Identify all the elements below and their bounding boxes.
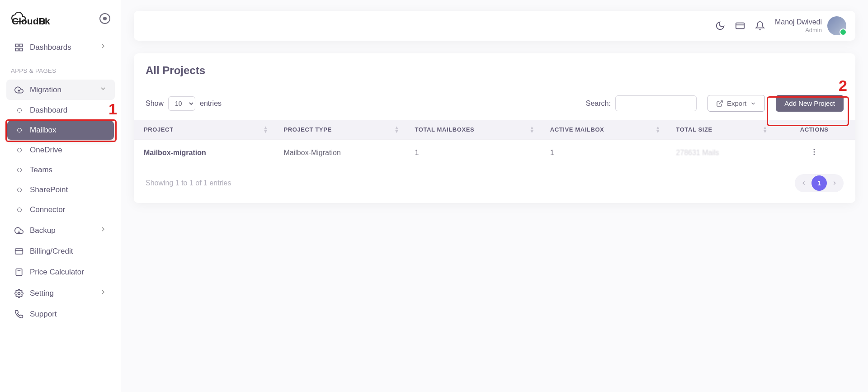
col-project[interactable]: PROJECT▲▼ bbox=[134, 120, 274, 140]
sidebar: CloudB k Dashboards APPS & PAGES Migrati… bbox=[0, 0, 121, 392]
search-input[interactable] bbox=[615, 95, 697, 111]
nav-label: Teams bbox=[30, 165, 52, 175]
entries-label: entries bbox=[200, 99, 222, 108]
bullet-icon bbox=[17, 128, 22, 132]
svg-rect-2 bbox=[16, 44, 19, 47]
sort-icon: ▲▼ bbox=[263, 126, 269, 134]
nav-sub-teams[interactable]: Teams bbox=[7, 161, 114, 179]
projects-table: PROJECT▲▼ PROJECT TYPE▲▼ TOTAL MAILBOXES… bbox=[134, 120, 855, 166]
nav-setting[interactable]: Setting bbox=[6, 283, 115, 303]
user-role: Admin bbox=[775, 27, 822, 34]
main: Manoj Dwivedi Admin All Projects Show 10… bbox=[121, 0, 868, 392]
nav-billing[interactable]: Billing/Credit bbox=[6, 241, 115, 261]
col-total-size[interactable]: TOTAL SIZE▲▼ bbox=[666, 120, 773, 140]
sort-icon: ▲▼ bbox=[763, 126, 768, 134]
svg-point-16 bbox=[18, 292, 20, 294]
phone-icon bbox=[14, 310, 24, 319]
nav-label: OneDrive bbox=[30, 146, 62, 155]
nav-label: Migration bbox=[30, 85, 61, 94]
chevron-right-icon bbox=[99, 43, 107, 52]
entries-select[interactable]: 10 bbox=[168, 96, 195, 111]
svg-point-21 bbox=[814, 151, 815, 152]
add-new-project-button[interactable]: Add New Project bbox=[776, 95, 844, 112]
page-next[interactable] bbox=[827, 175, 842, 191]
nav-label: Setting bbox=[30, 289, 54, 298]
nav-label: Backup bbox=[30, 226, 56, 235]
cell-active-mailbox: 1 bbox=[540, 140, 666, 166]
nav-backup[interactable]: Backup bbox=[6, 220, 115, 241]
nav-support[interactable]: Support bbox=[6, 304, 115, 324]
cell-total-mailboxes: 1 bbox=[405, 140, 540, 166]
nav-label: Billing/Credit bbox=[30, 247, 73, 256]
search-label: Search: bbox=[586, 99, 611, 108]
layout-toggle[interactable] bbox=[735, 21, 745, 31]
row-actions-button[interactable] bbox=[810, 148, 818, 158]
nav-label: Connector bbox=[30, 205, 65, 214]
svg-point-22 bbox=[814, 154, 815, 155]
brand: CloudB k bbox=[0, 5, 121, 36]
col-project-type[interactable]: PROJECT TYPE▲▼ bbox=[274, 120, 405, 140]
col-actions: ACTIONS bbox=[773, 120, 855, 140]
topbar: Manoj Dwivedi Admin bbox=[134, 11, 855, 41]
nav-sub-dashboard[interactable]: Dashboard bbox=[7, 101, 114, 120]
nav-sub-sharepoint[interactable]: SharePoint bbox=[7, 180, 114, 199]
chevron-right-icon bbox=[99, 288, 107, 298]
section-header-apps: APPS & PAGES bbox=[0, 58, 121, 79]
showing-text: Showing 1 to 1 of 1 entries bbox=[146, 179, 231, 187]
nav-label: Dashboard bbox=[30, 106, 67, 115]
svg-rect-6 bbox=[15, 249, 23, 254]
svg-rect-8 bbox=[16, 269, 22, 276]
svg-rect-17 bbox=[736, 23, 744, 29]
user-name: Manoj Dwivedi bbox=[775, 18, 822, 27]
nav-sub-onedrive[interactable]: OneDrive bbox=[7, 141, 114, 160]
user-menu[interactable]: Manoj Dwivedi Admin bbox=[775, 16, 846, 35]
grid-icon bbox=[14, 43, 24, 52]
col-active-mailbox[interactable]: ACTIVE MAILBOX▲▼ bbox=[540, 120, 666, 140]
nav-migration[interactable]: Migration bbox=[6, 80, 115, 100]
cell-type: Mailbox-Migration bbox=[274, 140, 405, 166]
bullet-icon bbox=[17, 148, 22, 152]
dark-mode-toggle[interactable] bbox=[715, 21, 725, 31]
avatar bbox=[827, 16, 846, 35]
nav-sub-mailbox[interactable]: Mailbox bbox=[7, 121, 114, 140]
bullet-icon bbox=[17, 168, 22, 172]
nav-label: Support bbox=[30, 310, 57, 319]
notifications-button[interactable] bbox=[755, 21, 765, 31]
chevron-down-icon bbox=[99, 85, 107, 94]
nav-sub-connector[interactable]: Connector bbox=[7, 200, 114, 219]
svg-rect-4 bbox=[16, 48, 19, 51]
chevron-down-icon bbox=[750, 100, 756, 107]
sidebar-collapse-toggle[interactable] bbox=[99, 13, 110, 24]
nav-label: Dashboards bbox=[30, 43, 71, 52]
svg-rect-5 bbox=[20, 48, 23, 51]
page-prev[interactable] bbox=[796, 175, 811, 191]
nav-label: SharePoint bbox=[30, 185, 68, 194]
cell-total-size: 278631 Mails bbox=[666, 140, 773, 166]
gear-icon bbox=[14, 289, 24, 298]
show-label: Show bbox=[146, 99, 164, 108]
upload-cloud-icon bbox=[14, 85, 24, 94]
user-text: Manoj Dwivedi Admin bbox=[775, 18, 822, 34]
export-button[interactable]: Export bbox=[708, 95, 765, 112]
nav-price-calculator[interactable]: Price Calculator bbox=[6, 262, 115, 282]
nav-label: Price Calculator bbox=[30, 268, 84, 277]
page-1[interactable]: 1 bbox=[811, 175, 827, 191]
add-label: Add New Project bbox=[784, 99, 835, 107]
pagination: 1 bbox=[795, 174, 844, 192]
calculator-icon bbox=[14, 268, 24, 277]
cell-project: Mailbox-migration bbox=[134, 140, 274, 166]
brand-logo-icon: CloudB k bbox=[10, 10, 64, 27]
sort-icon: ▲▼ bbox=[529, 126, 535, 134]
bullet-icon bbox=[17, 208, 22, 212]
sort-icon: ▲▼ bbox=[394, 126, 400, 134]
svg-text:k: k bbox=[45, 16, 50, 26]
svg-line-19 bbox=[719, 101, 722, 104]
svg-text:CloudB: CloudB bbox=[12, 16, 46, 26]
col-total-mailboxes[interactable]: TOTAL MAILBOXES▲▼ bbox=[405, 120, 540, 140]
projects-card: All Projects Show 10 entries Search: Exp… bbox=[134, 53, 855, 203]
svg-rect-3 bbox=[20, 44, 23, 47]
table-controls: Show 10 entries Search: Export Add New P… bbox=[134, 95, 855, 120]
bullet-icon bbox=[17, 108, 22, 113]
credit-card-icon bbox=[14, 247, 24, 256]
nav-dashboards[interactable]: Dashboards bbox=[6, 37, 115, 57]
